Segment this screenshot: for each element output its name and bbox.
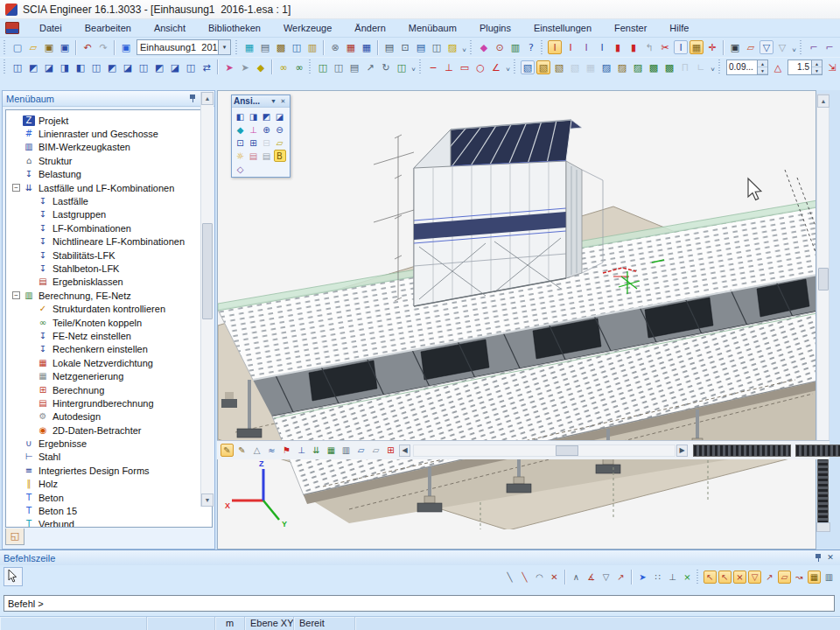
menu-item--ndern[interactable]: Ändern [343,20,396,36]
shaded-icon[interactable]: ▦ [584,60,598,74]
beam-red-icon[interactable]: I [564,40,578,54]
tree-collapse-icon[interactable]: − [12,291,20,299]
tree-item[interactable]: ↧Belastung [6,168,212,181]
beam-hinge-icon[interactable]: I [579,40,593,54]
tree-item[interactable]: ⌂Struktur [6,154,212,167]
document-icon[interactable] [5,22,19,34]
tree-item[interactable]: ↧Stabilitäts-LFK [6,248,212,262]
scale-symbols-icon[interactable]: ⇲ [825,60,839,74]
menu-item-einstellungen[interactable]: Einstellungen [522,20,603,36]
open-project-icon[interactable]: ▱ [26,40,40,54]
beam-section-l-icon[interactable]: ∟ [694,60,708,74]
overflow-chevron-icon[interactable]: ˅ [790,46,798,55]
beam-support-icon[interactable]: I [595,40,609,54]
track-parallel-icon[interactable]: ╲ [518,570,531,584]
draw-rectangle-icon[interactable]: ▭ [458,60,472,74]
spin-down-icon[interactable]: ▼ [812,67,822,74]
activity-storey-icon[interactable]: ◩ [152,60,166,74]
surface-b-icon[interactable]: ▨ [615,60,629,74]
mesh-size-spinner[interactable]: 0.09... ▲▼ [726,60,768,75]
tree-item[interactable]: #Linienraster und Geschosse [6,127,212,140]
tree-item[interactable]: ∪Ergebnisse [6,437,212,450]
spin-up-icon[interactable]: ▲ [812,60,822,67]
ucs-view-icon[interactable]: ⊥ [248,123,260,136]
tree-item[interactable]: ▦Lokale Netzverdichtung [6,356,212,369]
color-palette-icon[interactable]: ◆ [477,40,491,54]
menu-item-werkzeuge[interactable]: Werkzeuge [272,20,343,36]
supports-display-icon[interactable]: ⊥ [295,444,308,457]
search-a-icon[interactable]: ∞ [276,60,290,74]
snap-keyboard-icon[interactable]: ▥ [822,570,836,584]
tree-item[interactable]: ✓Strukturdaten kontrollieren [6,302,212,315]
tree-item[interactable]: ↧Stahlbeton-LFK [6,262,212,275]
menu-item-bibliotheken[interactable]: Bibliotheken [197,20,272,36]
load-display-scale-icon[interactable]: △ [771,60,785,74]
tree-item[interactable]: ↧Nichtlineare LF-Kombinationen [6,235,212,248]
scale-spinner[interactable]: 1.5 ▲▼ [788,60,822,75]
center-target-icon[interactable]: ✛ [705,40,719,54]
close-icon[interactable]: ✕ [278,98,288,105]
save-project-icon[interactable]: ▣ [58,40,72,54]
track-delete-icon[interactable]: ✕ [548,570,561,584]
overflow-chevron-icon[interactable]: ˅ [410,66,417,74]
beam-blue-icon[interactable]: I [674,40,688,54]
scroll-thumb[interactable] [202,223,213,319]
menu-item-men-baum[interactable]: Menübaum [397,20,468,36]
selection-cursor-button[interactable] [4,567,23,586]
scroll-right-icon[interactable]: ▶ [676,444,688,457]
new-project-icon[interactable]: ▢ [10,40,24,54]
export-document-icon[interactable]: ◫ [430,40,444,54]
display-settings-icon[interactable]: ▣ [728,40,742,54]
zoom-previous-icon[interactable]: ⊟ [261,136,273,149]
menu-item-hilfe[interactable]: Hilfe [658,20,700,36]
tree-item[interactable]: ↧Lastfälle [6,194,212,207]
viewport-3d[interactable]: X Z Y Ansi... ▼ ✕ ◧◨◩◪◆⊥⊕⊖⊡⊞⊟▱☼▤▤B◇ [217,90,816,550]
open-service-red-icon[interactable]: ▱ [744,40,758,54]
light-icon[interactable]: ☼ [234,150,247,162]
print-data-icon[interactable]: ▤ [382,40,396,54]
plane-snap-icon[interactable]: ▽ [599,570,612,584]
menu-item-bearbeiten[interactable]: Bearbeiten [74,20,143,36]
tree-item[interactable]: ‖Holz [6,478,212,491]
zoom-out-icon[interactable]: ⊖ [274,123,286,136]
activity-remove-icon[interactable]: ◪ [121,60,135,74]
column-red-icon[interactable]: ▮ [611,40,625,54]
line-grid-icon[interactable]: ⊥ [666,570,679,584]
select-by-property-icon[interactable]: ➤ [222,60,236,74]
tree-item[interactable]: TBeton [6,491,212,504]
snap-intersection-icon[interactable]: ⨯ [733,570,746,584]
surface-c-icon[interactable]: ▨ [631,60,645,74]
ortho-mode-icon[interactable]: ⨯ [681,570,694,584]
scroll-up-icon[interactable]: ▲ [817,94,830,108]
tree-item[interactable]: ZProjekt [6,114,212,127]
tree-item[interactable]: TBeton 15 [6,504,212,517]
activity-clipping-box-icon[interactable]: ◨ [58,60,72,74]
beam-section-h-icon[interactable]: Π [678,60,692,74]
filter-on-icon[interactable]: ▽ [760,40,774,54]
paste-icon[interactable]: ▤ [347,60,361,74]
draw-dimension-icon[interactable]: ⊥ [442,60,456,74]
image-gallery-icon[interactable]: ▩ [274,40,288,54]
menubaum-tab[interactable]: ◱ [5,528,24,545]
close-project-icon[interactable]: ▣ [42,40,56,54]
view-y-icon[interactable]: ◨ [248,110,260,122]
snap-orthopoint-icon[interactable]: ▽ [748,570,761,584]
draw-circle-icon[interactable]: ○ [473,60,487,74]
view-axo-icon[interactable]: ◪ [274,110,286,122]
scroll-up-icon[interactable]: ▲ [201,92,214,105]
activity-onoff-icon[interactable]: ◫ [10,60,24,74]
mirror-icon[interactable]: ◫ [395,60,409,74]
tree-item[interactable]: ⚙Autodesign [6,410,212,424]
viewport-vscrollbar[interactable]: ▲ ▼ [816,94,830,454]
command-input[interactable]: Befehl > [4,595,835,612]
tree-item[interactable]: ≡Integriertes Design Forms [6,464,212,477]
undo-icon[interactable]: ↶ [80,40,94,54]
zoom-window-icon[interactable]: ⊡ [234,136,247,149]
volume-display-icon[interactable]: △ [250,444,263,457]
tree-item[interactable]: ↧Rechenkern einstellen [6,343,212,356]
column-small-icon[interactable]: ▮ [626,40,640,54]
model-box-icon[interactable]: ▥ [340,444,353,457]
draw-angle-icon[interactable]: ∠ [489,60,503,74]
move-icon[interactable]: ↗ [363,60,377,74]
pan-slider[interactable] [693,444,791,457]
